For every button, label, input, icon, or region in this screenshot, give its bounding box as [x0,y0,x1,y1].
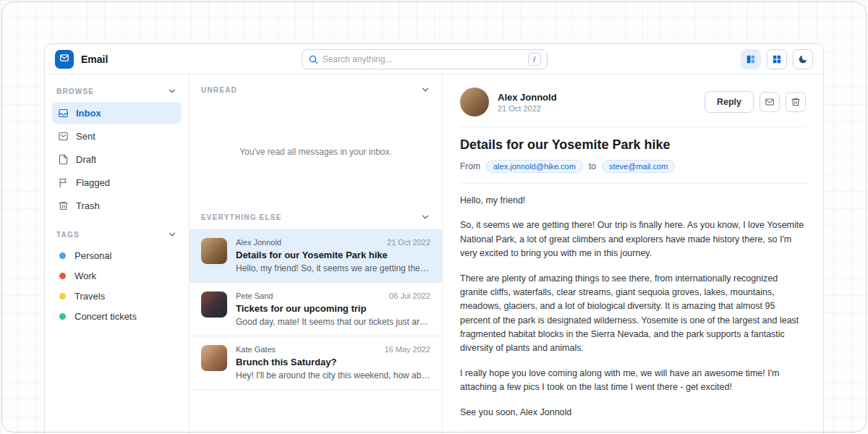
from-email-chip[interactable]: alex.jonnold@hike.com [486,160,583,173]
tag-item-personal[interactable]: Personal [52,245,182,265]
divider [460,127,806,127]
chevron-down-icon[interactable] [167,86,177,96]
detail-actions: Reply [705,91,806,113]
email-body: Hello, my friend! So, it seems we are ge… [460,194,806,420]
browse-label: Browse [56,88,94,95]
tag-label: Concert tickets [75,311,137,322]
tags-section: Tags Personal Work Travels [52,226,182,326]
avatar [201,238,227,264]
layout-icon [746,54,756,64]
layout-toggle-button[interactable] [741,49,761,69]
avatar [201,345,227,371]
email-sender: Kate Gates [236,345,276,354]
header-actions [741,49,813,69]
draft-icon [58,154,69,165]
tag-label: Personal [75,250,111,261]
tags-label: Tags [56,231,80,239]
envelope-icon [765,97,775,107]
email-item-content: Kate Gates 16 May 2022 Brunch this Satur… [236,345,430,380]
email-logo-button[interactable] [55,50,74,69]
mark-unread-button[interactable] [760,92,780,112]
email-snippet: Hey! I'll be around the city this weeken… [236,370,430,380]
browse-section-head[interactable]: Browse [52,83,182,102]
email-subject: Details for our Yosemite Park hike [236,250,430,260]
tag-label: Travels [75,291,105,302]
to-email-chip[interactable]: steve@mail.com [602,160,675,173]
moon-icon [798,54,808,64]
unread-section-head[interactable]: Unread [190,75,442,102]
search-box[interactable]: / [302,49,548,69]
app-header: Email / [45,44,823,75]
sidebar-item-draft[interactable]: Draft [52,148,182,170]
sidebar-item-label: Trash [76,200,100,211]
email-paragraph: Hello, my friend! [460,194,806,208]
email-list-item[interactable]: Kate Gates 16 May 2022 Brunch this Satur… [190,336,442,390]
tags-section-head[interactable]: Tags [52,226,182,245]
trash-icon [791,97,801,107]
tag-color-dot [59,273,66,279]
sidebar-item-flagged[interactable]: Flagged [52,171,182,193]
email-date: 06 Jul 2022 [389,292,430,300]
search-icon [308,54,318,64]
tag-label: Work [75,271,96,281]
email-snippet: Hello, my friend! So, it seems we are ge… [236,263,430,273]
search-input[interactable] [323,54,524,64]
email-list-item[interactable]: Pete Sand 06 Jul 2022 Tickets for our up… [190,283,442,336]
email-paragraph: So, it seems we are getting there! Our t… [460,218,806,260]
tag-item-travels[interactable]: Travels [52,286,182,306]
to-label: to [589,161,596,171]
chevron-down-icon[interactable] [420,85,430,95]
sidebar-item-label: Draft [76,154,96,165]
email-subject: Brunch this Saturday? [236,357,430,367]
apps-grid-icon [772,54,782,64]
from-to-row: From alex.jonnold@hike.com to steve@mail… [460,160,806,173]
app-title: Email [81,54,108,65]
email-sender: Alex Jonnold [236,238,281,247]
header-center: / [108,49,741,69]
detail-header: Alex Jonnold 21 Oct 2022 Reply [460,88,806,116]
email-paragraph: There are plenty of amazing things to se… [460,272,806,356]
email-subject: Tickets for our upcoming trip [236,303,430,314]
chevron-down-icon[interactable] [420,212,430,222]
reply-button[interactable]: Reply [705,91,754,113]
sidebar-item-inbox[interactable]: Inbox [52,102,182,124]
tag-color-dot [59,293,66,299]
inbox-icon [58,108,69,119]
avatar [460,88,489,116]
email-paragraph: I really hope you love coming along with… [460,367,806,395]
tag-color-dot [59,313,66,320]
email-date: 21 Oct 2022 [387,238,430,247]
apps-grid-button[interactable] [767,49,787,69]
email-list-item[interactable]: Alex Jonnold 21 Oct 2022 Details for our… [190,229,442,283]
unread-empty-message: You've read all messages in your inbox. [190,102,442,202]
dark-mode-button[interactable] [793,49,813,69]
sidebar-item-trash[interactable]: Trash [52,195,182,216]
everything-else-label: Everything else [201,213,282,221]
tag-item-work[interactable]: Work [52,265,182,286]
mail-list-column: Unread You've read all messages in your … [190,75,443,434]
avatar [201,292,227,318]
email-app-window: Email / [44,43,824,434]
tag-item-concert-tickets[interactable]: Concert tickets [52,306,182,326]
detail-subject: Details for our Yosemite Park hike [460,137,806,153]
flag-icon [58,177,69,188]
email-sender: Pete Sand [236,292,273,300]
sidebar-item-label: Inbox [76,108,101,119]
detail-date: 21 Oct 2022 [498,104,557,113]
email-item-content: Alex Jonnold 21 Oct 2022 Details for our… [236,238,430,273]
send-icon [58,131,69,142]
from-label: From [460,161,480,171]
email-detail-pane: Alex Jonnold 21 Oct 2022 Reply [443,75,823,434]
email-item-content: Pete Sand 06 Jul 2022 Tickets for our up… [236,292,430,327]
chevron-down-icon[interactable] [167,229,177,239]
detail-sender-block: Alex Jonnold 21 Oct 2022 [498,92,557,113]
everything-else-section-head[interactable]: Everything else [190,202,442,229]
email-date: 16 May 2022 [384,345,430,354]
detail-sender-name: Alex Jonnold [498,92,557,103]
sidebar-item-sent[interactable]: Sent [52,125,182,147]
email-snippet: Good day, mate! It seems that our ticket… [236,317,430,327]
search-shortcut-badge: / [528,53,541,66]
unread-label: Unread [201,86,237,94]
delete-button[interactable] [786,92,806,112]
envelope-icon [59,53,69,65]
